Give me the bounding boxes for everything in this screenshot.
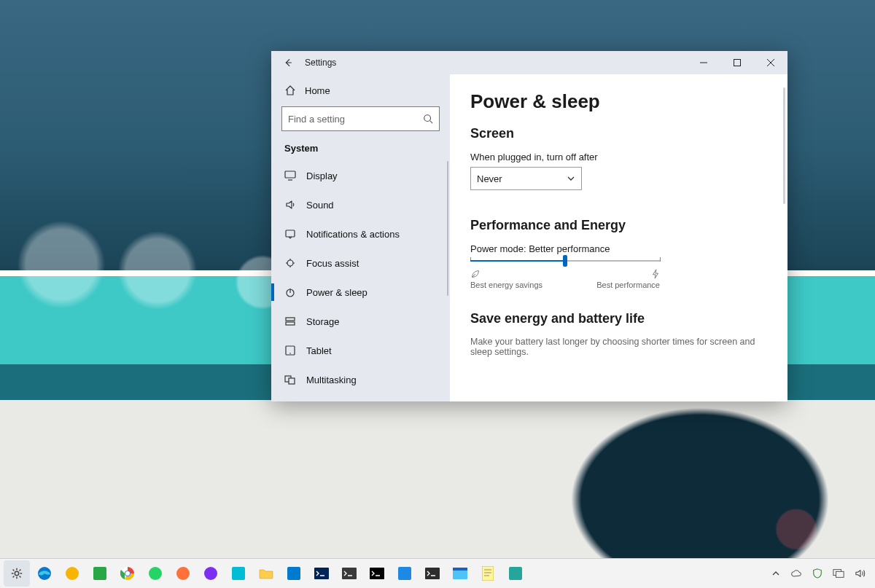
nav-home[interactable]: Home (271, 74, 450, 106)
taskbar-firefox-nightly-icon[interactable] (198, 560, 224, 587)
taskbar-notepad-icon[interactable] (475, 560, 501, 587)
edge-icon (37, 566, 52, 581)
settings-nav: Home Find a setting System DisplaySoundN… (271, 74, 450, 401)
nav-list[interactable]: DisplaySoundNotifications & actionsFocus… (271, 161, 450, 401)
chrome-icon (120, 566, 135, 581)
chevron-down-icon (567, 174, 575, 183)
screen-off-label: When plugged in, turn off after (470, 152, 767, 162)
svg-rect-15 (93, 567, 106, 580)
tray-speaker-icon[interactable] (855, 568, 866, 579)
firefox-icon (176, 566, 190, 581)
taskbar-app-teal-icon[interactable] (502, 560, 529, 587)
nav-item-label: Tablet (306, 345, 332, 356)
svg-rect-24 (314, 568, 329, 579)
performance-heading: Performance and Energy (470, 218, 767, 233)
taskbar-terminal-alt-icon[interactable] (336, 560, 362, 587)
taskbar-app-green-icon[interactable] (87, 560, 113, 587)
svg-rect-6 (286, 318, 295, 321)
chrome-canary-icon (65, 566, 79, 581)
nav-item-power[interactable]: Power & sleep (271, 278, 450, 307)
taskbar-app-window-icon[interactable] (447, 560, 473, 587)
energy-description: Make your battery last longer by choosin… (470, 337, 767, 357)
svg-point-1 (424, 115, 431, 122)
svg-point-9 (289, 353, 291, 354)
nav-item-label: Notifications & actions (306, 229, 400, 240)
multi-icon (284, 374, 296, 385)
focus-icon (284, 257, 296, 269)
minimize-icon (700, 59, 707, 66)
close-icon (767, 59, 774, 66)
terminal-alt-icon (342, 568, 357, 579)
taskbar-firefox-icon[interactable] (170, 560, 196, 587)
nav-item-sound[interactable]: Sound (271, 190, 450, 219)
slider-thumb[interactable] (563, 255, 567, 267)
svg-rect-7 (286, 322, 295, 325)
svg-rect-22 (232, 567, 245, 580)
minimize-button[interactable] (687, 51, 720, 74)
tray-network-icon[interactable] (833, 568, 844, 579)
maximize-button[interactable] (720, 51, 754, 74)
slider-labels: Best energy savings Best performance (470, 269, 660, 289)
nav-item-display[interactable]: Display (271, 161, 450, 190)
search-input[interactable]: Find a setting (281, 106, 440, 131)
taskbar-vscode-icon[interactable] (281, 560, 307, 587)
app-cyan-icon (232, 567, 245, 580)
taskbar-settings-icon[interactable] (4, 560, 30, 587)
app-green-icon (93, 567, 106, 580)
page-title: Power & sleep (470, 90, 767, 113)
back-button[interactable] (271, 51, 305, 74)
energy-section: Save energy and battery life Make your b… (470, 311, 767, 357)
sound-icon (284, 199, 296, 211)
performance-section: Performance and Energy Power mode: Bette… (470, 218, 767, 289)
nav-item-multi[interactable]: Multitasking (271, 365, 450, 394)
tray-chevron-up-icon[interactable] (771, 569, 780, 578)
svg-point-20 (176, 567, 190, 580)
power-icon (284, 286, 296, 298)
taskbar-terminal-dark-icon[interactable] (419, 560, 446, 587)
taskbar-file-explorer-icon[interactable] (253, 560, 279, 587)
svg-point-18 (125, 571, 130, 576)
power-mode-label: Power mode: Better performance (470, 243, 767, 254)
nav-category: System (271, 141, 450, 161)
taskbar-app-cyan-icon[interactable] (225, 560, 252, 587)
nav-item-notif[interactable]: Notifications & actions (271, 219, 450, 248)
notepad-icon (482, 566, 494, 581)
settings-window: Settings Home Fin (271, 51, 788, 401)
power-mode-slider[interactable] (470, 260, 660, 262)
tray-security-icon[interactable] (812, 568, 822, 579)
nav-item-label: Storage (306, 316, 340, 327)
app-window-icon (453, 568, 467, 579)
firefox-nightly-icon (203, 566, 218, 581)
nav-item-tablet[interactable]: Tablet (271, 336, 450, 365)
settings-content: Power & sleep Screen When plugged in, tu… (450, 74, 788, 401)
close-button[interactable] (754, 51, 788, 74)
taskbar-cmd-icon[interactable] (364, 560, 390, 587)
taskbar-chrome-canary-icon[interactable] (59, 560, 85, 587)
svg-rect-34 (836, 571, 844, 577)
taskbar (0, 558, 875, 588)
taskbar-chrome-icon[interactable] (114, 560, 141, 587)
arrow-left-icon (283, 58, 293, 68)
svg-point-12 (15, 571, 18, 575)
svg-point-21 (204, 567, 217, 580)
file-explorer-icon (259, 568, 273, 579)
screen-off-dropdown[interactable]: Never (470, 167, 582, 190)
search-placeholder: Find a setting (288, 114, 423, 125)
leaf-icon (470, 269, 481, 279)
svg-rect-32 (509, 567, 522, 580)
nav-item-label: Multitasking (306, 375, 357, 385)
nav-item-storage[interactable]: Storage (271, 307, 450, 336)
taskbar-edge-icon[interactable] (31, 560, 58, 587)
svg-point-4 (287, 260, 293, 266)
taskbar-app-blue-icon[interactable] (392, 560, 418, 587)
taskbar-whatsapp-icon[interactable] (142, 560, 168, 587)
svg-rect-23 (287, 567, 300, 580)
screen-off-value: Never (477, 173, 502, 184)
screen-section: Screen When plugged in, turn off after N… (470, 126, 767, 190)
taskbar-powershell-icon[interactable] (308, 560, 335, 587)
nav-item-label: Display (306, 170, 338, 181)
nav-item-focus[interactable]: Focus assist (271, 248, 450, 278)
tray-onedrive-icon[interactable] (790, 569, 802, 578)
slider-right-label: Best performance (596, 281, 660, 289)
system-tray (766, 568, 872, 579)
